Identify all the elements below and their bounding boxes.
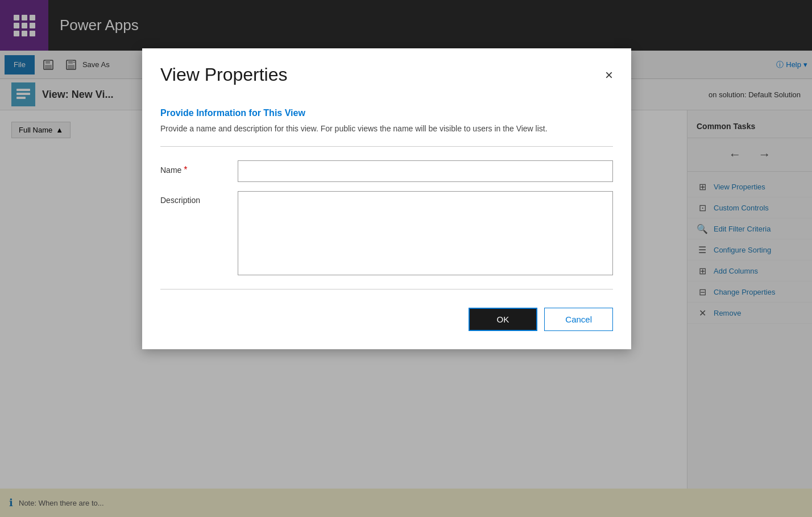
cancel-button[interactable]: Cancel [544,308,613,331]
description-label: Description [160,191,229,205]
description-row: Description [160,191,613,275]
name-input[interactable] [238,160,613,182]
dialog-body: Provide Information for This View Provid… [142,97,631,349]
dialog-section-title: Provide Information for This View [160,108,613,118]
dialog-title: View Properties [160,64,288,85]
name-label: Name * [160,160,229,175]
dialog-close-button[interactable]: × [605,68,613,82]
required-star: * [184,165,187,175]
ok-button[interactable]: OK [469,308,538,331]
name-row: Name * [160,160,613,182]
description-input[interactable] [238,191,613,275]
dialog-footer: OK Cancel [160,303,613,331]
dialog-divider-top [160,146,613,147]
dialog-header: View Properties × [142,48,631,97]
dialog-description: Provide a name and description for this … [160,123,613,135]
view-properties-dialog: View Properties × Provide Information fo… [142,48,631,349]
app-shell: Power Apps File + Save As ⓘ [0,0,812,517]
dialog-divider-bottom [160,289,613,289]
dialog-form: Name * Description [160,160,613,275]
